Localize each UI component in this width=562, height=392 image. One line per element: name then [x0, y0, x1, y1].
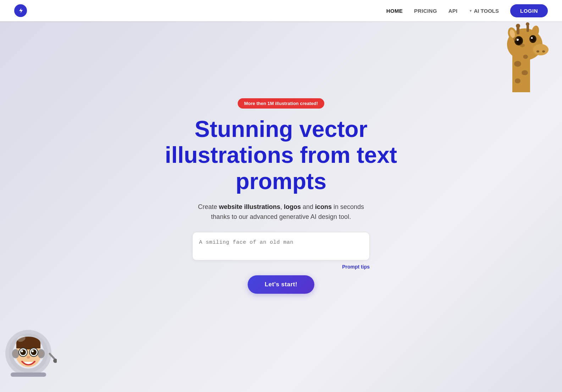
hero-section: More then 1M illustration created! Stunn… [165, 98, 397, 294]
hero-title: Stunning vector illustrations from text … [165, 116, 397, 195]
start-button[interactable]: Let's start! [248, 275, 314, 294]
hero-title-line2: illustrations from text [165, 142, 397, 168]
prompt-area: Prompt tips [192, 232, 370, 270]
prompt-tips-link[interactable]: Prompt tips [192, 264, 370, 270]
navbar-left [14, 4, 27, 17]
login-button[interactable]: LOGIN [510, 4, 548, 17]
nav-ai-tools[interactable]: ▼ AI TOOLS [469, 8, 499, 14]
subtitle-bold-icons: icons [315, 203, 332, 210]
prompt-input[interactable] [192, 232, 370, 260]
ai-tools-label: AI TOOLS [474, 8, 499, 14]
logo-icon[interactable] [14, 4, 27, 17]
main-content: More then 1M illustration created! Stunn… [0, 0, 562, 392]
subtitle-bold-logos: logos [284, 203, 301, 210]
nav-home[interactable]: HOME [386, 8, 403, 14]
badge: More then 1M illustration created! [238, 98, 324, 109]
hero-subtitle: Create website illustrations, logos and … [189, 202, 373, 222]
navbar-right: HOME PRICING API ▼ AI TOOLS LOGIN [386, 4, 548, 17]
nav-api[interactable]: API [448, 8, 458, 14]
nav-pricing[interactable]: PRICING [414, 8, 437, 14]
hero-title-line1: Stunning vector [194, 116, 367, 142]
subtitle-bold-illustrations: website illustrations [219, 203, 280, 210]
hero-title-line3: prompts [236, 169, 326, 194]
chevron-down-icon: ▼ [469, 9, 473, 13]
navbar: HOME PRICING API ▼ AI TOOLS LOGIN [0, 0, 562, 21]
